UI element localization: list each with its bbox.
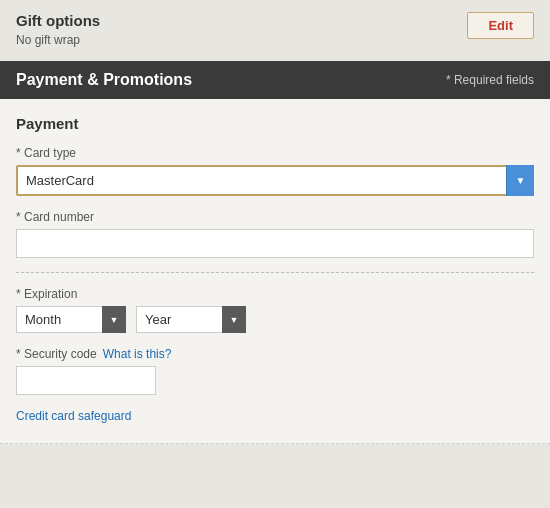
expiration-field-group: * Expiration Month 010203 040506 070809 …: [16, 287, 534, 333]
gift-options-section: Gift options No gift wrap Edit: [0, 0, 550, 61]
expiration-row: Month 010203 040506 070809 101112 Year 2…: [16, 306, 534, 333]
security-code-input[interactable]: [16, 366, 156, 395]
payment-promotions-title: Payment & Promotions: [16, 71, 192, 89]
required-fields-text: * Required fields: [446, 73, 534, 87]
payment-form-section: Payment * Card type MasterCard Visa Amer…: [0, 99, 550, 444]
card-number-label: * Card number: [16, 210, 534, 224]
expiration-label: * Expiration: [16, 287, 534, 301]
gift-options-info: Gift options No gift wrap: [16, 12, 100, 47]
dashed-separator-1: [16, 272, 534, 273]
card-number-field-group: * Card number: [16, 210, 534, 258]
security-code-label-row: * Security code What is this?: [16, 347, 534, 361]
payment-section-title: Payment: [16, 115, 534, 132]
security-code-field-group: * Security code What is this?: [16, 347, 534, 395]
payment-promotions-header: Payment & Promotions * Required fields: [0, 61, 550, 99]
month-select[interactable]: Month 010203 040506 070809 101112: [16, 306, 126, 333]
card-type-label: * Card type: [16, 146, 534, 160]
card-type-field-group: * Card type MasterCard Visa American Exp…: [16, 146, 534, 196]
gift-options-subtitle: No gift wrap: [16, 33, 100, 47]
credit-card-safeguard-link[interactable]: Credit card safeguard: [16, 409, 534, 423]
card-type-select[interactable]: MasterCard Visa American Express Discove…: [16, 165, 534, 196]
security-code-label-text: * Security code: [16, 347, 97, 361]
card-type-select-wrapper: MasterCard Visa American Express Discove…: [16, 165, 534, 196]
edit-button[interactable]: Edit: [467, 12, 534, 39]
card-number-input[interactable]: [16, 229, 534, 258]
month-select-wrapper: Month 010203 040506 070809 101112: [16, 306, 126, 333]
gift-options-title: Gift options: [16, 12, 100, 29]
what-is-this-link[interactable]: What is this?: [103, 347, 172, 361]
year-select[interactable]: Year 202420252026 202720282029 2030: [136, 306, 246, 333]
year-select-wrapper: Year 202420252026 202720282029 2030: [136, 306, 246, 333]
